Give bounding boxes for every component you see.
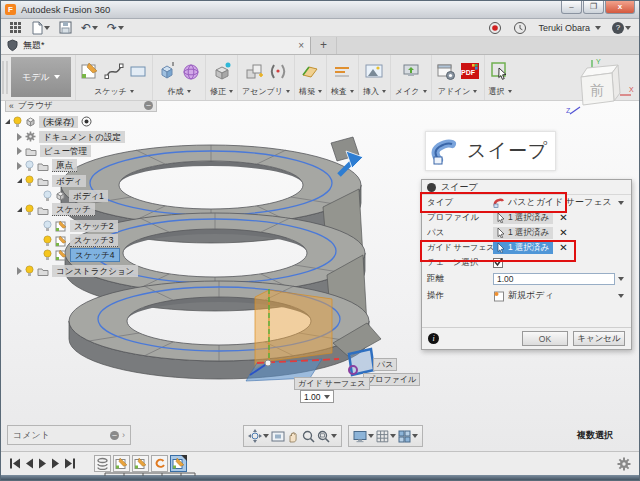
viewport[interactable]: « ブラウザ – (未保存) ドキュメントの設定 ビュー管理 <box>1 101 639 451</box>
guide-distance-input[interactable]: 1.00 <box>300 390 334 403</box>
spline-icon[interactable] <box>104 61 124 81</box>
expanded-arrow-icon[interactable] <box>17 178 22 183</box>
bulb-on-icon[interactable] <box>25 204 34 216</box>
insert-image-icon[interactable] <box>364 61 384 81</box>
browser-row-root[interactable]: (未保存) <box>5 115 92 128</box>
toolbar-group-label[interactable]: 検査 <box>331 86 354 97</box>
browser-row-view-mgmt[interactable]: ビュー管理 <box>17 144 91 157</box>
save-icon[interactable] <box>59 21 72 34</box>
path-clear-icon[interactable]: ✕ <box>559 227 567 238</box>
toolbar-group-label[interactable]: 選択 <box>489 86 512 97</box>
timeline-sketch2-feature[interactable] <box>113 455 130 472</box>
help-menu[interactable]: ? <box>612 22 631 34</box>
browser-item-label[interactable]: ドキュメントの設定 <box>39 131 125 143</box>
browser-row-sketches[interactable]: スケッチ <box>17 203 95 216</box>
guide-clear-icon[interactable]: ✕ <box>559 242 567 253</box>
user-menu[interactable]: Teruki Obara <box>538 23 601 33</box>
profile-clear-icon[interactable]: ✕ <box>559 212 567 223</box>
collapsed-arrow-icon[interactable] <box>17 133 22 141</box>
comment-panel[interactable]: コメント – › <box>7 425 131 445</box>
browser-item-label[interactable]: スケッチ <box>52 203 95 216</box>
new-tab-button[interactable]: + <box>311 37 337 54</box>
create-sketch-icon[interactable] <box>80 61 100 81</box>
timeline-coil-feature[interactable] <box>94 455 111 472</box>
browser-row-body1[interactable]: ボディ1 <box>43 189 108 202</box>
browser-row-doc-settings[interactable]: ドキュメントの設定 <box>17 130 125 143</box>
redo-button[interactable]: ↷ <box>107 22 124 34</box>
measure-icon[interactable] <box>332 61 352 81</box>
toolbar-group-label[interactable]: メイク <box>395 86 427 97</box>
browser-row-sketch3[interactable]: スケッチ3 <box>43 234 118 247</box>
ok-button[interactable]: OK <box>522 331 568 346</box>
path-selection-chip[interactable]: 1 選択済み <box>493 227 553 239</box>
look-at-tool[interactable] <box>271 430 285 443</box>
toolbar-group-label[interactable]: 挿入 <box>363 86 386 97</box>
step-forward-icon[interactable] <box>51 458 60 469</box>
guide-surface-plane-right[interactable] <box>269 290 332 361</box>
browser-row-origin[interactable]: 原点 <box>17 159 77 172</box>
bulb-on-icon[interactable] <box>43 235 52 247</box>
go-to-start-icon[interactable] <box>9 458 21 469</box>
maximize-button[interactable]: ❐ <box>583 1 604 14</box>
view-cube[interactable]: Y X Z 前 <box>565 55 637 121</box>
toolbar-group-label[interactable]: 構築 <box>299 86 322 97</box>
joint-icon[interactable] <box>268 61 288 81</box>
rectangle-tool-icon[interactable] <box>128 61 148 81</box>
construction-plane-icon[interactable] <box>300 61 320 81</box>
press-pull-icon[interactable] <box>212 61 232 81</box>
minimize-button[interactable]: – <box>561 1 582 14</box>
scripts-addins-icon[interactable] <box>436 61 456 81</box>
toolbar-grip[interactable] <box>2 61 8 94</box>
distance-dropdown-icon[interactable] <box>618 277 624 281</box>
collapsed-arrow-icon[interactable] <box>17 267 22 275</box>
root-document-label[interactable]: (未保存) <box>39 116 78 128</box>
toolbar-group-label[interactable]: アセンブリ <box>242 86 290 97</box>
guide-surface-plane-left[interactable] <box>255 290 269 368</box>
play-icon[interactable] <box>38 458 47 469</box>
new-file-button[interactable] <box>31 21 50 35</box>
collapsed-arrow-icon[interactable] <box>17 147 22 155</box>
profile-selection-chip[interactable]: 1 選択済み <box>493 212 553 224</box>
expanded-arrow-icon[interactable] <box>5 119 10 124</box>
orbit-tool[interactable] <box>248 429 269 443</box>
display-settings[interactable] <box>353 430 374 443</box>
toolbar-group-label[interactable]: 修正 <box>210 86 233 97</box>
new-component-icon[interactable] <box>244 61 264 81</box>
operation-value[interactable]: 新規ボディ <box>508 289 554 302</box>
browser-item-label[interactable]: コンストラクション <box>52 265 138 277</box>
browser-row-sketch2[interactable]: スケッチ2 <box>43 219 118 232</box>
step-back-icon[interactable] <box>25 458 34 469</box>
app-grid-icon[interactable] <box>9 21 22 34</box>
bulb-on-icon[interactable] <box>25 265 34 277</box>
collapsed-arrow-icon[interactable] <box>17 162 22 170</box>
sweep-dialog-header[interactable]: スイープ <box>422 180 631 195</box>
browser-header[interactable]: « ブラウザ – <box>5 101 157 112</box>
browser-item-label[interactable]: スケッチ2 <box>70 220 118 232</box>
distance-input[interactable]: 1.00 <box>493 273 615 285</box>
timeline-helix-sketch-feature[interactable] <box>151 455 168 472</box>
panel-minus-icon[interactable]: – <box>110 431 119 440</box>
pan-tool[interactable] <box>287 430 300 443</box>
browser-item-label[interactable]: スケッチ3 <box>70 234 118 247</box>
browser-row-construction[interactable]: コンストラクション <box>17 264 138 277</box>
timeline-sketch4-feature[interactable] <box>170 455 187 472</box>
go-to-end-icon[interactable] <box>64 458 76 469</box>
pdf-export-icon[interactable]: PDF <box>460 61 480 81</box>
cancel-button[interactable]: キャンセル <box>573 331 625 346</box>
viewports-layout[interactable] <box>398 430 418 443</box>
zoom-window-tool[interactable] <box>317 430 337 443</box>
make-3dprint-icon[interactable] <box>401 61 421 81</box>
bulb-off-icon[interactable] <box>43 190 52 202</box>
workspace-selector[interactable]: モデル <box>11 57 71 97</box>
type-dropdown-icon[interactable] <box>618 201 624 205</box>
record-dot-icon[interactable] <box>81 116 92 127</box>
bulb-on-icon[interactable] <box>43 249 52 261</box>
browser-item-label[interactable]: ボディ <box>52 175 86 187</box>
zoom-tool[interactable] <box>302 430 315 443</box>
value-dropdown-icon[interactable] <box>324 395 330 399</box>
guide-selection-chip[interactable]: 1 選択済み <box>493 242 553 254</box>
type-value[interactable]: パスとガイド サーフェス <box>508 196 612 209</box>
chain-checkbox[interactable] <box>493 258 503 268</box>
toolbar-group-label[interactable]: スケッチ <box>94 86 134 97</box>
bulb-off-icon[interactable] <box>25 160 34 172</box>
